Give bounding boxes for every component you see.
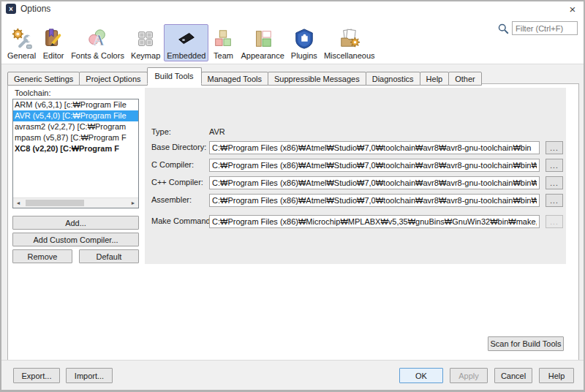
toolchain-list[interactable]: ARM (v6,3,1) [c:₩Program File AVR (v5,4,… [12, 99, 139, 208]
base-directory-label: Base Directory: [151, 143, 206, 151]
close-icon[interactable]: × [566, 3, 579, 15]
ok-button[interactable]: OK [399, 368, 443, 383]
category-toolbar: General Editor A [1, 16, 584, 64]
category-label: General [7, 51, 36, 60]
category-appearance[interactable]: Appearance [238, 24, 287, 61]
footer-action-buttons: OK Apply Cancel Help [399, 368, 574, 383]
category-label: Fonts & Colors [71, 51, 124, 60]
help-button[interactable]: Help [539, 368, 574, 383]
embedded-icon [176, 26, 197, 51]
tab-diagnostics[interactable]: Diagnostics [366, 72, 420, 86]
assembler-field[interactable] [209, 194, 540, 207]
category-label: Team [214, 51, 233, 60]
category-fonts-colors[interactable]: A Fonts & Colors [68, 24, 127, 61]
add-button[interactable]: Add... [12, 216, 139, 230]
type-value: AVR [209, 127, 225, 136]
tab-strip: Generic Settings Project Options Build T… [7, 67, 481, 84]
make-command-label: Make Command: [151, 216, 213, 225]
scrollbar-thumb[interactable] [26, 200, 84, 206]
remove-button[interactable]: Remove [12, 249, 72, 263]
type-row: Type: AVR [145, 126, 566, 139]
options-dialog: × Options × General [0, 0, 585, 392]
editor-icon [42, 26, 64, 51]
cancel-button[interactable]: Cancel [494, 368, 532, 383]
plugins-icon [293, 26, 315, 51]
apply-button: Apply [450, 368, 488, 383]
cpp-compiler-row: C++ Compiler: ... [145, 176, 566, 189]
c-compiler-row: C Compiler: ... [145, 159, 566, 172]
make-command-field[interactable] [209, 215, 540, 228]
window-title: Options [20, 4, 50, 14]
filter-area [497, 21, 578, 35]
base-directory-browse-button[interactable]: ... [546, 141, 563, 154]
category-label: Appearance [241, 51, 284, 60]
tab-build-tools[interactable]: Build Tools [147, 67, 202, 84]
tab-generic-settings[interactable]: Generic Settings [7, 72, 80, 86]
category-label: Editor [43, 51, 64, 60]
make-command-browse-button: ... [546, 215, 563, 228]
miscellaneous-icon [339, 26, 361, 51]
add-custom-compiler-button[interactable]: Add Custom Compiler... [12, 233, 139, 246]
cpp-compiler-field[interactable] [209, 176, 540, 189]
tab-project-options[interactable]: Project Options [79, 72, 147, 86]
filter-input[interactable] [512, 21, 578, 35]
default-button[interactable]: Default [79, 249, 139, 263]
tab-suppressible-messages[interactable]: Suppressible Messages [268, 72, 366, 86]
export-button[interactable]: Export... [13, 368, 60, 383]
scroll-left-icon[interactable]: ◄ [13, 198, 23, 208]
base-directory-row: Base Directory: ... [145, 141, 566, 154]
category-keymap[interactable]: Keymap [128, 24, 163, 61]
category-general[interactable]: General [4, 24, 39, 61]
toolchain-item-xc8[interactable]: XC8 (v2,20) [C:₩Program F [13, 143, 138, 154]
assembler-label: Assembler: [151, 195, 192, 204]
toolchain-horizontal-scrollbar[interactable]: ◄ ► [13, 197, 138, 208]
tab-help[interactable]: Help [420, 72, 450, 86]
toolchain-details-panel: Type: AVR Base Directory: ... C Compiler… [145, 88, 566, 264]
c-compiler-field[interactable] [209, 159, 540, 172]
appearance-icon [252, 26, 273, 51]
svg-text:A: A [93, 32, 104, 48]
c-compiler-browse-button[interactable]: ... [546, 159, 563, 172]
team-icon [212, 26, 234, 51]
base-directory-field[interactable] [209, 141, 540, 154]
category-label: Plugins [291, 51, 317, 60]
cpp-compiler-label: C++ Compiler: [151, 178, 203, 186]
toolchain-item-mpasm[interactable]: mpasm (v5,87) [C:₩Program F [13, 132, 138, 143]
category-plugins[interactable]: Plugins [288, 24, 320, 61]
c-compiler-label: C Compiler: [151, 160, 194, 169]
toolchain-label: Toolchain: [15, 88, 51, 97]
category-label: Miscellaneous [324, 51, 375, 60]
category-editor[interactable]: Editor [39, 24, 67, 61]
type-label: Type: [151, 127, 171, 136]
assembler-browse-button[interactable]: ... [546, 194, 563, 207]
scroll-right-icon[interactable]: ► [128, 198, 138, 208]
keymap-icon [135, 26, 156, 51]
category-team[interactable]: Team [209, 24, 237, 61]
category-miscellaneous[interactable]: Miscellaneous [321, 24, 378, 61]
toolchain-item-avr[interactable]: AVR (v5,4,0) [C:₩Program File [13, 110, 138, 121]
toolchain-item-arm[interactable]: ARM (v6,3,1) [c:₩Program File [13, 99, 138, 110]
import-button[interactable]: Import... [66, 368, 113, 383]
make-command-row: Make Command: ... [145, 215, 566, 228]
build-tools-panel: Toolchain: ARM (v6,3,1) [c:₩Program File… [7, 83, 579, 361]
general-icon [11, 26, 33, 51]
options-dialog-icon: × [6, 4, 16, 14]
toolchain-item-avrasm2[interactable]: avrasm2 (v2,2,7) [C:₩Program [13, 121, 138, 132]
assembler-row: Assembler: ... [145, 194, 566, 207]
title-bar: × Options × [1, 1, 584, 16]
category-embedded[interactable]: Embedded [164, 24, 208, 61]
scan-for-build-tools-button[interactable]: Scan for Build Tools [488, 336, 564, 351]
search-icon [497, 23, 509, 34]
tab-managed-tools[interactable]: Managed Tools [201, 72, 268, 86]
category-label: Embedded [167, 51, 205, 60]
cpp-compiler-browse-button[interactable]: ... [546, 176, 563, 189]
dialog-footer: Export... Import... OK Apply Cancel Help [1, 360, 584, 390]
tab-other[interactable]: Other [448, 72, 482, 86]
fonts-colors-icon: A [87, 26, 109, 51]
category-label: Keymap [131, 51, 160, 60]
scrollbar-track[interactable] [23, 198, 128, 208]
